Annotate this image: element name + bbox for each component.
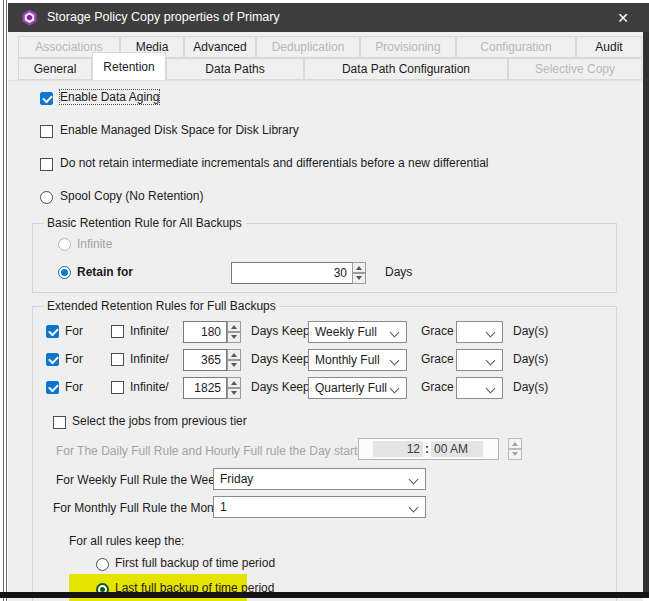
spin-down-icon[interactable] <box>227 332 241 343</box>
infinite-slash-label[interactable]: Infinite/ <box>130 324 169 338</box>
tab-strip: Associations Media Advanced Deduplicatio… <box>8 32 643 80</box>
tab-general[interactable]: General <box>18 58 92 80</box>
infinite-checkbox[interactable] <box>111 353 124 366</box>
titlebar[interactable]: Storage Policy Copy properties of Primar… <box>8 3 649 32</box>
period-dropdown[interactable]: Weekly Full <box>308 321 407 343</box>
retention-tab-panel: Enable Data Aging Enable Managed Disk Sp… <box>8 80 643 601</box>
tab-retention[interactable]: Retention <box>92 52 166 80</box>
spin-down-icon[interactable] <box>227 388 241 399</box>
days-spinner[interactable] <box>227 321 241 343</box>
spin-down-icon <box>508 449 522 460</box>
spin-up-icon <box>508 438 522 449</box>
days-input[interactable]: 1825 <box>183 377 227 399</box>
infinite-radio <box>58 238 71 251</box>
spool-copy-radio[interactable] <box>40 191 53 204</box>
chevron-down-icon <box>390 356 400 366</box>
tab-configuration[interactable]: Configuration <box>456 36 576 58</box>
tab-selective-copy[interactable]: Selective Copy <box>508 58 642 80</box>
managed-disk-space-checkbox[interactable] <box>40 125 53 138</box>
first-full-backup-label[interactable]: First full backup of time period <box>115 556 275 570</box>
spin-up-icon[interactable] <box>352 262 366 273</box>
week-starts-on-dropdown[interactable]: Friday <box>213 468 426 490</box>
enable-data-aging-label[interactable]: Enable Data Aging <box>60 90 159 104</box>
infinite-checkbox[interactable] <box>111 325 124 338</box>
grace-label: Grace <box>421 352 454 366</box>
grace-dropdown[interactable] <box>456 377 503 399</box>
enable-data-aging-checkbox[interactable] <box>40 92 53 105</box>
tab-provisioning[interactable]: Provisioning <box>360 36 456 58</box>
for-label[interactable]: For <box>65 324 83 338</box>
infinite-slash-label[interactable]: Infinite/ <box>130 380 169 394</box>
retain-days-input[interactable]: 30 <box>231 262 353 284</box>
grace-label: Grace <box>421 380 454 394</box>
chevron-down-icon <box>390 328 400 338</box>
spin-up-icon[interactable] <box>227 349 241 360</box>
time-spinner <box>508 438 522 460</box>
window-frame-line <box>3 0 4 601</box>
chevron-down-icon <box>486 384 496 394</box>
days-spinner[interactable] <box>227 377 241 399</box>
extended-rule-row: For Infinite/ 1825 Days Keep Quarterly F… <box>33 377 616 399</box>
grace-dropdown[interactable] <box>456 321 503 343</box>
time-separator: : <box>423 442 431 456</box>
infinite-slash-label[interactable]: Infinite/ <box>130 352 169 366</box>
minute-ampm-segment: 00 AM <box>431 441 483 457</box>
tab-data-paths[interactable]: Data Paths <box>166 58 304 80</box>
retain-days-spinner[interactable] <box>352 262 366 284</box>
tab-data-path-configuration[interactable]: Data Path Configuration <box>304 58 508 80</box>
tab-audit[interactable]: Audit <box>576 36 642 58</box>
day-unit-label: Day(s) <box>513 352 548 366</box>
chevron-down-icon <box>409 475 419 485</box>
extended-rule-row: For Infinite/ 365 Days Keep Monthly Full… <box>33 349 616 371</box>
retain-for-radio[interactable] <box>58 266 71 279</box>
days-input[interactable]: 365 <box>183 349 227 371</box>
basic-retention-group-title: Basic Retention Rule for All Backups <box>43 216 246 230</box>
background-window-edge <box>643 32 649 592</box>
no-intermediate-checkbox[interactable] <box>40 158 53 171</box>
no-intermediate-label[interactable]: Do not retain intermediate incrementals … <box>60 156 488 170</box>
spin-down-icon[interactable] <box>227 360 241 371</box>
days-keep-label: Days Keep <box>251 380 310 394</box>
for-checkbox[interactable] <box>46 353 59 366</box>
spin-down-icon[interactable] <box>352 273 366 284</box>
chevron-down-icon <box>409 503 419 513</box>
select-jobs-previous-tier-label[interactable]: Select the jobs from previous tier <box>72 414 247 428</box>
grace-dropdown[interactable] <box>456 349 503 371</box>
infinite-checkbox[interactable] <box>111 381 124 394</box>
grace-label: Grace <box>421 324 454 338</box>
day-unit-label: Day(s) <box>513 380 548 394</box>
for-checkbox[interactable] <box>46 381 59 394</box>
spool-copy-label[interactable]: Spool Copy (No Retention) <box>60 189 203 203</box>
for-checkbox[interactable] <box>46 325 59 338</box>
select-jobs-previous-tier-checkbox[interactable] <box>53 416 66 429</box>
basic-retention-group: Basic Retention Rule for All Backups Inf… <box>32 223 617 293</box>
days-keep-label: Days Keep <box>251 352 310 366</box>
window-title: Storage Policy Copy properties of Primar… <box>47 10 280 24</box>
first-full-backup-radio[interactable] <box>96 558 109 571</box>
keep-rules-label: For all rules keep the: <box>69 534 184 548</box>
hour-segment: 12 <box>373 441 423 457</box>
period-dropdown[interactable]: Quarterly Full <box>308 377 407 399</box>
extended-rule-row: For Infinite/ 180 Days Keep Weekly Full … <box>33 321 616 343</box>
month-starts-on-dropdown[interactable]: 1 <box>213 496 426 518</box>
chevron-down-icon <box>486 328 496 338</box>
day-unit-label: Day(s) <box>513 324 548 338</box>
day-starts-at-time-field: 12 : 00 AM <box>358 438 499 460</box>
bottom-window-edge <box>0 592 649 598</box>
close-button[interactable]: ✕ <box>607 3 639 32</box>
chevron-down-icon <box>486 356 496 366</box>
days-keep-label: Days Keep <box>251 324 310 338</box>
period-dropdown[interactable]: Monthly Full <box>308 349 407 371</box>
extended-retention-group-title: Extended Retention Rules for Full Backup… <box>43 299 280 313</box>
for-label[interactable]: For <box>65 352 83 366</box>
days-spinner[interactable] <box>227 349 241 371</box>
tab-deduplication[interactable]: Deduplication <box>256 36 360 58</box>
retain-for-label[interactable]: Retain for <box>77 265 133 279</box>
days-input[interactable]: 180 <box>183 321 227 343</box>
managed-disk-space-label[interactable]: Enable Managed Disk Space for Disk Libra… <box>60 123 299 137</box>
spin-up-icon[interactable] <box>227 377 241 388</box>
spin-up-icon[interactable] <box>227 321 241 332</box>
infinite-label: Infinite <box>77 237 112 251</box>
for-label[interactable]: For <box>65 380 83 394</box>
tab-advanced[interactable]: Advanced <box>184 36 256 58</box>
